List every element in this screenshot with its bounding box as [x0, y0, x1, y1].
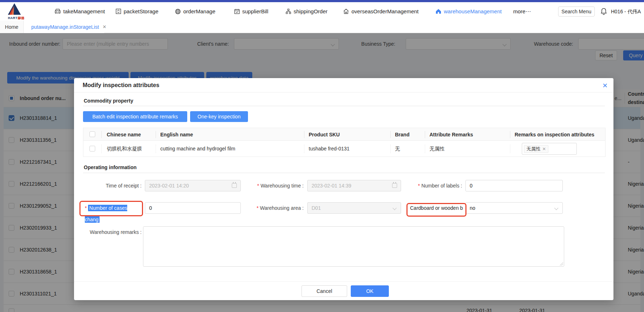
column-divider — [425, 131, 425, 138]
commodity-table: Chinese name English name Product SKU Br… — [83, 128, 606, 157]
column-divider — [156, 131, 156, 138]
nav-item-label: warehouseManagement — [444, 8, 502, 14]
logo-mountain-icon — [7, 3, 22, 15]
brand-text: HART赫德 — [8, 16, 24, 21]
nav-item-label: overseasOrderManagement — [351, 8, 419, 14]
column-header: Attribute Remarks — [429, 128, 473, 141]
nav-item-shipping-order[interactable]: shippingOrder — [286, 2, 327, 21]
cardboard-or-wooden-select[interactable]: no — [465, 202, 563, 214]
column-divider — [101, 131, 102, 138]
notification-bell-icon[interactable] — [601, 8, 607, 17]
operating-information-section-title: Operating information — [84, 164, 137, 170]
warehousing-time-input[interactable]: 2023-02-01 14:39 — [307, 180, 401, 191]
cancel-button[interactable]: Cancel — [302, 285, 347, 297]
nav-item-order-manage[interactable]: orderManage — [175, 2, 215, 21]
column-divider — [390, 144, 391, 153]
number-of-cases-input[interactable]: 0 — [145, 202, 241, 214]
inspection-remarks-select[interactable]: 无属性 ✕ — [522, 143, 577, 155]
column-header: English name — [160, 128, 193, 141]
nav-item-label: packetStorage — [124, 8, 158, 14]
cardboard-or-wooden-label: Cardboard or wooden b — [408, 202, 464, 214]
calendar-icon — [392, 183, 397, 188]
warehousing-area-select[interactable]: D01 — [307, 202, 401, 214]
warehousing-remarks-textarea[interactable] — [143, 226, 564, 267]
car-icon — [55, 9, 61, 14]
nav-item-packet-storage[interactable]: packetStorage — [116, 2, 158, 21]
inspection-remark-tag: 无属性 ✕ — [524, 145, 548, 153]
warehousing-remarks-label: Warehousing remarks : — [83, 226, 142, 238]
time-of-receipt-label: Time of receipt : — [83, 180, 142, 191]
tag-label: 无属性 — [526, 145, 540, 153]
top-navbar: HART赫德 takeManagement packetStorage orde… — [0, 2, 644, 21]
nav-item-label: supplierBill — [242, 8, 268, 14]
commodity-table-header: Chinese name English name Product SKU Br… — [83, 128, 606, 141]
home-outline-icon — [343, 9, 349, 14]
date-value: 2023-02-01 14:39 — [312, 183, 351, 189]
tab-instoragelist[interactable]: putawayManage.inStorageList ✕ — [24, 21, 104, 33]
number-of-labels-label: Number of labels : — [410, 180, 462, 191]
chinese-name-cell: 切膜机和水凝膜 — [107, 141, 142, 157]
nav-item-overseas-order-management[interactable]: overseasOrderManagement — [343, 2, 419, 21]
brand-logo[interactable]: HART赫德 — [5, 3, 37, 21]
column-header: Remarks on inspection attributes — [515, 128, 594, 141]
current-user[interactable]: H016 - 代伟A — [611, 9, 641, 15]
column-divider — [425, 144, 425, 153]
select-all-checkbox[interactable] — [89, 131, 95, 137]
nav-item-label: orderManage — [183, 8, 215, 14]
column-header: Brand — [395, 128, 409, 141]
nav-item-label: shippingOrder — [294, 8, 327, 14]
row-checkbox[interactable] — [89, 146, 95, 152]
english-name-cell: cutting machine and hydrogel film — [160, 141, 235, 157]
nav-item-supplier-bill[interactable]: supplierBill — [234, 2, 268, 21]
ok-button[interactable]: OK — [351, 285, 389, 297]
calendar-icon — [234, 9, 240, 14]
divider — [74, 92, 613, 92]
selected-label-text: Number of cases chang — [85, 205, 127, 223]
column-divider — [390, 131, 391, 138]
resize-handle[interactable] — [560, 262, 563, 266]
select-value: no — [470, 205, 475, 211]
divider — [83, 173, 605, 173]
batch-edit-inspection-remarks-button[interactable]: Batch edit inspection attribute remarks — [83, 111, 187, 122]
divider — [83, 106, 605, 106]
column-divider — [304, 131, 304, 138]
column-divider — [304, 144, 304, 153]
tab-label: putawayManage.inStorageList — [31, 24, 99, 30]
divider — [74, 281, 613, 282]
number-of-labels-input[interactable]: 0 — [465, 180, 563, 191]
search-menu-button[interactable]: Search Menu — [558, 6, 595, 17]
warehousing-area-label: Warehousing area : — [248, 202, 304, 214]
app-root: HART赫德 takeManagement packetStorage orde… — [0, 0, 644, 312]
commodity-table-row[interactable]: 切膜机和水凝膜 cutting machine and hydrogel fil… — [83, 141, 606, 157]
sitemap-icon — [286, 9, 291, 14]
modal-title: Modify inspection attributes — [83, 82, 159, 89]
number-of-cases-label: * Number of cases chang — [83, 202, 142, 214]
commodity-property-section-title: Commodity property — [84, 98, 133, 104]
nav-item-take-management[interactable]: takeManagement — [55, 2, 105, 21]
nav-item-more[interactable]: more⋯ — [513, 2, 531, 21]
product-sku-cell: tushabe fred-0131 — [309, 141, 350, 157]
one-key-inspection-button[interactable]: One-key inspection — [190, 111, 248, 122]
tag-remove-icon[interactable]: ✕ — [542, 145, 546, 153]
warehousing-time-label: Warehousing time : — [248, 180, 304, 191]
column-header: Product SKU — [309, 128, 340, 141]
nav-item-warehouse-management[interactable]: warehouseManagement — [436, 2, 502, 21]
column-divider — [510, 131, 510, 138]
globe-icon — [175, 9, 181, 14]
column-divider — [101, 144, 102, 153]
tab-home[interactable]: Home — [0, 21, 24, 33]
time-of-receipt-input[interactable]: 2023-02-01 14:20 — [145, 180, 241, 191]
column-divider — [510, 144, 510, 153]
calendar-icon — [232, 183, 237, 188]
tab-close-icon[interactable]: ✕ — [102, 24, 106, 30]
box-icon — [116, 9, 121, 14]
column-divider — [156, 144, 156, 153]
brand-cell: 无 — [395, 141, 400, 157]
modal-close-icon[interactable]: ✕ — [602, 82, 608, 90]
home-filled-icon — [436, 9, 441, 14]
input-value: 0 — [470, 183, 473, 189]
input-value: 0 — [149, 205, 152, 211]
select-value: D01 — [312, 205, 321, 211]
nav-item-label: more⋯ — [513, 8, 531, 15]
tab-bar: Home putawayManage.inStorageList ✕ — [0, 21, 644, 33]
